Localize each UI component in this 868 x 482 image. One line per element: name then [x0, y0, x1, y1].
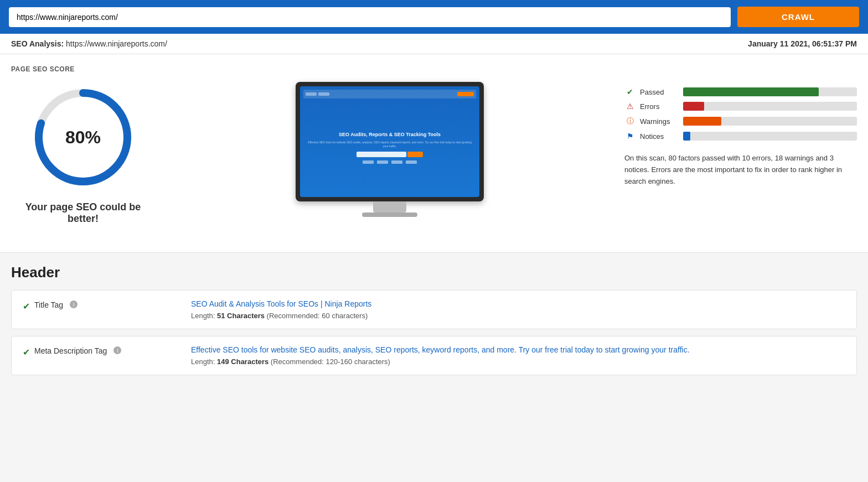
top-bar: CRAWL — [0, 0, 868, 34]
passed-icon: ✔ — [624, 87, 636, 96]
title-tag-row: ✔ Title Tag i SEO Audit & Analysis Tools… — [11, 290, 857, 329]
warnings-label: Warnings — [640, 117, 679, 126]
mock-nav-links — [318, 92, 329, 96]
passed-bar-inner — [683, 87, 819, 96]
notices-label: Notices — [640, 132, 679, 141]
meta-description-length: 149 Characters — [217, 357, 268, 366]
mock-search-btn — [407, 152, 423, 157]
notices-bar-inner — [683, 132, 690, 141]
meta-description-right: Effective SEO tools for website SEO audi… — [191, 345, 845, 366]
score-legend: ✔ Passed ⚠ Errors ⓘ Warnings — [624, 82, 857, 187]
mock-nav-logo — [306, 92, 317, 96]
mock-search-bar — [356, 152, 423, 157]
gauge-wrapper: 80% — [28, 82, 138, 193]
title-tag-left: ✔ Title Tag i — [23, 299, 178, 320]
title-tag-value: SEO Audit & Analysis Tools for SEOs | Ni… — [191, 299, 845, 308]
monitor-container: SEO Audits, Reports & SEO Tracking Tools… — [177, 82, 602, 217]
passed-label: Passed — [640, 88, 679, 96]
legend-errors: ⚠ Errors — [624, 102, 857, 111]
monitor-stand — [373, 201, 406, 213]
main-content: PAGE SEO SCORE 80% Your page SEO could b… — [0, 54, 868, 252]
errors-bar-outer — [683, 102, 857, 111]
warnings-bar-inner — [683, 117, 721, 126]
mock-search-input — [356, 152, 406, 157]
crawl-button[interactable]: CRAWL — [737, 7, 859, 27]
analysis-date: January 11 2021, 06:51:37 PM — [748, 39, 857, 48]
gauge-subtitle: Your page SEO could be better! — [11, 201, 155, 225]
monitor-base — [362, 213, 417, 217]
meta-description-meta: Length: 149 Characters (Recommended: 120… — [191, 357, 845, 366]
page-seo-score-label: PAGE SEO SCORE — [11, 65, 857, 73]
analysis-title: SEO Analysis: https://www.ninjareports.c… — [11, 39, 167, 48]
legend-notices: ⚑ Notices — [624, 132, 857, 141]
monitor-screen: SEO Audits, Reports & SEO Tracking Tools… — [300, 86, 479, 197]
mock-logos-bar — [363, 160, 417, 164]
monitor-screen-inner: SEO Audits, Reports & SEO Tracking Tools… — [300, 86, 479, 197]
legend-passed: ✔ Passed — [624, 87, 857, 96]
mock-logo-3 — [391, 160, 402, 164]
mock-hero-sub: Effective SEO tools for website SEO audi… — [306, 141, 474, 148]
gauge-percent: 80% — [65, 127, 101, 148]
mock-logo-1 — [363, 160, 374, 164]
mock-logo-2 — [377, 160, 388, 164]
mock-logo-4 — [406, 160, 417, 164]
mock-nav-cta — [457, 92, 474, 96]
errors-bar-inner — [683, 102, 704, 111]
meta-description-row-content: ✔ Meta Description Tag i Effective SEO t… — [23, 345, 845, 366]
title-tag-meta: Length: 51 Characters (Recommended: 60 c… — [191, 312, 845, 320]
warnings-icon: ⓘ — [624, 116, 636, 126]
monitor-frame: SEO Audits, Reports & SEO Tracking Tools… — [296, 82, 484, 201]
analysis-header: SEO Analysis: https://www.ninjareports.c… — [0, 34, 868, 54]
errors-icon: ⚠ — [624, 102, 636, 111]
mock-hero: SEO Audits, Reports & SEO Tracking Tools… — [303, 102, 476, 194]
gauge-container: 80% Your page SEO could be better! — [11, 82, 155, 225]
mock-nav — [303, 90, 476, 99]
score-section: 80% Your page SEO could be better! — [11, 82, 857, 225]
legend-warnings: ⓘ Warnings — [624, 116, 857, 126]
title-tag-label: Title Tag — [34, 300, 63, 309]
header-section-title: Header — [0, 252, 868, 290]
title-tag-info-icon[interactable]: i — [70, 300, 78, 308]
notices-icon: ⚑ — [624, 132, 636, 141]
errors-label: Errors — [640, 102, 679, 111]
title-tag-check-icon: ✔ — [23, 301, 30, 312]
meta-description-value: Effective SEO tools for website SEO audi… — [191, 345, 845, 354]
url-input[interactable] — [9, 7, 731, 27]
meta-description-left: ✔ Meta Description Tag i — [23, 345, 178, 366]
meta-description-info-icon[interactable]: i — [113, 346, 121, 354]
meta-description-row: ✔ Meta Description Tag i Effective SEO t… — [11, 336, 857, 375]
mock-hero-title: SEO Audits, Reports & SEO Tracking Tools — [339, 132, 441, 138]
title-tag-row-content: ✔ Title Tag i SEO Audit & Analysis Tools… — [23, 299, 845, 320]
notices-bar-outer — [683, 132, 857, 141]
title-tag-length: 51 Characters — [217, 312, 265, 320]
title-tag-right: SEO Audit & Analysis Tools for SEOs | Ni… — [191, 299, 845, 320]
meta-description-check-icon: ✔ — [23, 347, 30, 357]
passed-bar-outer — [683, 87, 857, 96]
meta-description-label: Meta Description Tag — [34, 346, 107, 355]
monitor: SEO Audits, Reports & SEO Tracking Tools… — [296, 82, 484, 217]
warnings-bar-outer — [683, 117, 857, 126]
legend-description: On this scan, 80 factors passed with 10 … — [624, 153, 857, 187]
